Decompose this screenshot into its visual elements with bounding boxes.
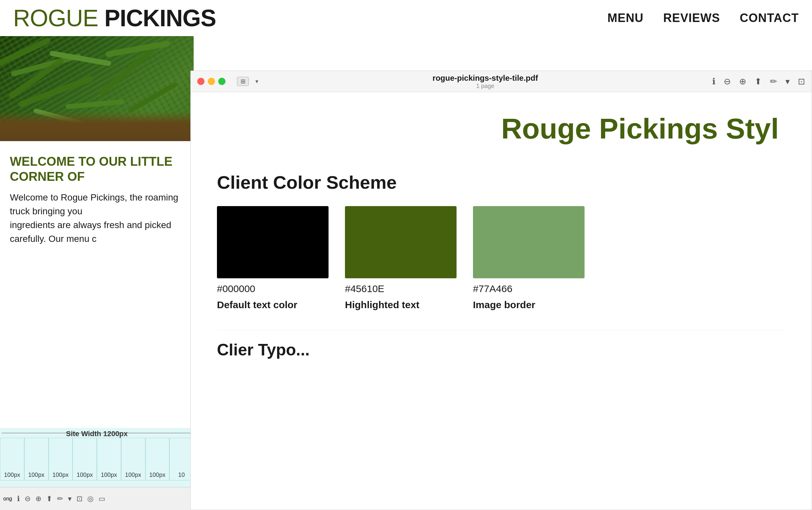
welcome-text-2: ingredients are always fresh and picked … [10,218,184,246]
grid-col: 10 [169,438,194,480]
grid-col: 100px [24,438,49,480]
col-label: 100px [101,472,117,479]
site-logo: ROGUE PICKINGS [13,6,216,30]
grid-columns: 100px 100px 100px 100px 100px 100px 100p… [0,438,194,480]
zoom-out-icon[interactable]: ⊖ [25,494,31,503]
swatch-hex-2: #45610E [345,283,457,294]
pen-icon[interactable]: ✏ [770,77,777,87]
nav-menu[interactable]: MENU [608,11,644,25]
sidebar-icon: ⊞ [240,78,245,85]
share-icon[interactable]: ⬆ [46,494,52,503]
grid-col: 100px [0,438,24,480]
bottom-toolbar-text: ong [3,496,12,502]
col-label: 100px [28,472,44,479]
color-scheme-section: Client Color Scheme #000000 Default text… [217,172,785,310]
color-scheme-heading: Client Color Scheme [217,172,785,193]
pdf-document-title: Rouge Pickings Styl [217,112,785,145]
logo-rogue: ROGUE [13,5,98,31]
color-swatch-green: #45610E Highlighted text [345,206,457,310]
next-section-hint: Clier Typo... [217,330,785,359]
col-label: 100px [4,472,20,479]
pen-icon[interactable]: ✏ [57,494,63,503]
main-nav: MENU REVIEWS CONTACT [608,11,799,25]
col-label: 100px [53,472,68,479]
chevron-down-icon[interactable]: ▾ [255,78,258,85]
pdf-titlebar: ⊞ ▾ rogue-pickings-style-tile.pdf 1 page… [191,71,812,92]
pdf-toolbar-icons: ℹ ⊖ ⊕ ⬆ ✏ ▾ ⊡ [712,77,805,87]
swatch-label-2: Highlighted text [345,299,457,310]
next-section-text: Clier Typo... [217,341,310,359]
expand-icon[interactable]: ⊡ [798,77,805,87]
grid-overlay: Site Width 1200px 100px 100px 100px 100p… [0,428,194,487]
nav-contact[interactable]: CONTACT [740,11,799,25]
dropdown-icon[interactable]: ▾ [785,77,790,87]
maximize-button[interactable] [218,78,226,85]
swatch-label-1: Default text color [217,299,328,310]
col-label: 100px [125,472,141,479]
swatch-hex-1: #000000 [217,283,328,294]
extra-icon[interactable]: ▭ [98,494,105,503]
grid-col: 100px [49,438,73,480]
swatch-label-3: Image border [473,299,584,310]
info-icon[interactable]: ℹ [17,494,20,503]
share-icon[interactable]: ⬆ [755,77,762,87]
minimize-button[interactable] [208,78,215,85]
hero-image [0,36,194,141]
grid-col: 100px [121,438,145,480]
dropdown-icon[interactable]: ▾ [68,494,71,503]
pdf-filename-area: rogue-pickings-style-tile.pdf 1 page [265,73,706,90]
grid-col: 100px [145,438,170,480]
swatch-box-green [345,206,457,278]
site-header: ROGUE PICKINGS MENU REVIEWS CONTACT [0,0,812,36]
welcome-heading: WELCOME TO OUR LITTLE CORNER OF [10,154,184,184]
zoom-in-icon[interactable]: ⊕ [35,494,41,503]
col-label: 100px [77,472,93,479]
color-swatches: #000000 Default text color #45610E Highl… [217,206,785,310]
pdf-viewer-window: ⊞ ▾ rogue-pickings-style-tile.pdf 1 page… [191,70,812,510]
logo-pickings: PICKINGS [105,5,216,31]
sidebar-toggle[interactable]: ⊞ [237,77,249,86]
close-button[interactable] [197,78,204,85]
pdf-content: Rouge Pickings Styl Client Color Scheme … [191,92,812,510]
traffic-lights [197,78,226,85]
swatch-box-black [217,206,328,278]
site-width-label: Site Width 1200px [66,429,128,438]
color-swatch-light-green: #77A466 Image border [473,206,584,310]
expand-icon[interactable]: ⊡ [77,494,82,503]
welcome-section: WELCOME TO OUR LITTLE CORNER OF Welcome … [0,141,194,259]
zoom-in-icon[interactable]: ⊕ [739,77,746,87]
welcome-text-1: Welcome to Rogue Pickings, the roaming t… [10,191,184,218]
grid-col: 100px [72,438,97,480]
zoom-out-icon[interactable]: ⊖ [724,77,731,87]
info-icon[interactable]: ℹ [712,77,716,87]
grid-col: 100px [97,438,121,480]
color-swatch-black: #000000 Default text color [217,206,328,310]
bottom-toolbar: ong ℹ ⊖ ⊕ ⬆ ✏ ▾ ⊡ ◎ ▭ [0,487,194,510]
col-label: 100px [149,472,166,479]
pdf-filename: rogue-pickings-style-tile.pdf [265,73,706,83]
website-background: WELCOME TO OUR LITTLE CORNER OF Welcome … [0,36,194,510]
swatch-hex-3: #77A466 [473,283,584,294]
swatch-box-light-green [473,206,584,278]
pdf-pages: 1 page [265,83,706,90]
col-label: 10 [178,472,185,479]
location-icon[interactable]: ◎ [87,494,93,503]
nav-reviews[interactable]: REVIEWS [663,11,720,25]
